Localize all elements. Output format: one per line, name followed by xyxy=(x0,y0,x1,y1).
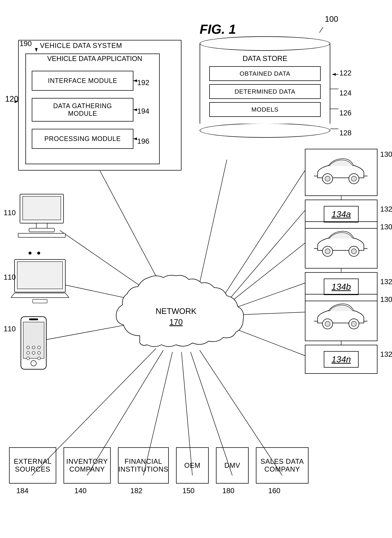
dots-1: • • xyxy=(28,247,42,259)
entity-dmv-label: DMV xyxy=(224,462,240,469)
processing-module-label: PROCESSING MODULE xyxy=(44,135,121,143)
svg-rect-46 xyxy=(29,318,38,320)
car-130a-svg xyxy=(312,156,370,189)
tag-134n: 134n xyxy=(324,351,359,368)
ref-130a: 130a xyxy=(380,150,392,158)
ds-models-label: MODELS xyxy=(251,106,279,113)
ref-184: 184 xyxy=(16,487,28,495)
svg-point-54 xyxy=(27,357,30,360)
svg-point-47 xyxy=(31,361,36,366)
arrow-192 xyxy=(133,80,138,81)
ref-126: 126 xyxy=(339,109,351,117)
ref-182: 182 xyxy=(130,487,142,495)
ref-130b: 130b xyxy=(380,223,392,231)
svg-point-53 xyxy=(37,352,41,354)
vda-label: VEHICLE DATA APPLICATION xyxy=(47,55,142,63)
svg-marker-42 xyxy=(11,293,69,297)
ref-194: 194 xyxy=(137,107,149,115)
svg-point-55 xyxy=(37,357,41,360)
tag-134a: 134a xyxy=(324,206,359,223)
entity-financial-institutions: FINANCIAL INSTITUTIONS xyxy=(118,447,169,484)
mobile-phone xyxy=(18,316,49,370)
interface-module: INTERFACE MODULE xyxy=(32,71,133,91)
ref-128: 128 xyxy=(339,129,351,137)
car-130b-svg xyxy=(312,229,370,261)
svg-point-65 xyxy=(351,249,356,254)
cylinder: DATA STORE OBTAINED DATA DETERMINED DATA… xyxy=(200,36,330,138)
computer-2 xyxy=(11,258,69,305)
vehicle-130n xyxy=(305,294,378,341)
figure-title: FIG. 1 xyxy=(200,22,236,37)
ref-110-2: 110 xyxy=(4,273,16,281)
svg-rect-36 xyxy=(23,196,61,220)
ref-122: 122 xyxy=(339,69,351,77)
ds-obtained-label: OBTAINED DATA xyxy=(240,70,290,77)
ref-120: 120 xyxy=(5,94,18,103)
entity-external-label: EXTERNAL SOURCES xyxy=(14,458,52,473)
cylinder-top xyxy=(200,36,330,51)
ref-190: 190 xyxy=(20,40,32,48)
svg-point-59 xyxy=(351,176,356,181)
svg-point-49 xyxy=(32,346,35,349)
svg-rect-43 xyxy=(33,299,47,303)
diagram-container: FIG. 1 100 VEHICLE DATA SYSTEM 190 120 V… xyxy=(0,0,392,538)
cylinder-bottom-arc xyxy=(200,123,330,138)
ref-130n: 130n xyxy=(380,295,392,304)
ds-obtained-data: OBTAINED DATA xyxy=(209,66,321,81)
tag-134b: 134b xyxy=(324,278,359,295)
entity-financial-label: FINANCIAL INSTITUTIONS xyxy=(118,458,168,473)
data-gathering-label: DATA GATHERING MODULE xyxy=(53,102,112,117)
processing-module: PROCESSING MODULE xyxy=(32,129,133,149)
entity-oem: OEM xyxy=(176,447,209,484)
svg-text:170: 170 xyxy=(169,318,182,326)
data-gathering-module: DATA GATHERING MODULE xyxy=(32,98,133,121)
entity-oem-label: OEM xyxy=(184,462,201,469)
tag-box-132n: 134n xyxy=(305,345,378,374)
ref-100: 100 xyxy=(325,14,338,23)
ref-160: 160 xyxy=(268,487,280,495)
svg-rect-41 xyxy=(17,262,63,289)
entity-sales-data-company: SALES DATA COMPANY xyxy=(256,447,308,484)
svg-point-63 xyxy=(325,249,330,254)
entity-sales-label: SALES DATA COMPANY xyxy=(261,458,304,473)
ref-192: 192 xyxy=(137,79,149,87)
svg-text:NETWORK: NETWORK xyxy=(156,307,196,315)
ref-180: 180 xyxy=(222,487,234,495)
datastore-title: DATA STORE xyxy=(200,53,330,63)
svg-point-71 xyxy=(351,321,356,326)
ref-110-1: 110 xyxy=(4,209,16,217)
car-130n-svg xyxy=(312,301,370,334)
ref-124: 124 xyxy=(339,89,351,97)
ref-132b: 132b xyxy=(380,278,392,286)
ds-determined-data: DETERMINED DATA xyxy=(209,84,321,99)
svg-point-50 xyxy=(37,346,41,349)
entity-external-sources: EXTERNAL SOURCES xyxy=(9,447,56,484)
svg-line-31 xyxy=(319,27,323,33)
ds-models: MODELS xyxy=(209,102,321,117)
svg-point-57 xyxy=(325,176,330,181)
svg-point-51 xyxy=(27,352,30,354)
vds-label: VEHICLE DATA SYSTEM xyxy=(40,42,122,50)
ref-132a: 132a xyxy=(380,205,392,213)
ref-110-3: 110 xyxy=(4,325,16,333)
vehicle-130a xyxy=(305,149,378,196)
ref-132n: 132n xyxy=(380,350,392,358)
svg-point-69 xyxy=(325,321,330,326)
svg-point-52 xyxy=(32,352,35,354)
svg-rect-37 xyxy=(36,223,47,229)
svg-point-48 xyxy=(27,346,30,349)
entity-inventory-label: INVENTORY COMPANY xyxy=(66,458,108,473)
ref-150: 150 xyxy=(182,487,195,495)
network-cloud: NETWORK 170 xyxy=(112,254,250,354)
entity-dmv: DMV xyxy=(216,447,249,484)
computer-1 xyxy=(14,192,69,240)
datastore-container: DATA STORE OBTAINED DATA DETERMINED DATA… xyxy=(200,36,330,138)
vehicle-130b xyxy=(305,221,378,269)
entity-inventory-company: INVENTORY COMPANY xyxy=(64,447,111,484)
ref-196: 196 xyxy=(137,137,149,145)
svg-rect-38 xyxy=(29,228,54,232)
ref-140: 140 xyxy=(75,487,87,495)
interface-module-label: INTERFACE MODULE xyxy=(48,77,117,84)
svg-rect-39 xyxy=(18,233,65,237)
cylinder-body: DATA STORE OBTAINED DATA DETERMINED DATA… xyxy=(200,44,330,124)
